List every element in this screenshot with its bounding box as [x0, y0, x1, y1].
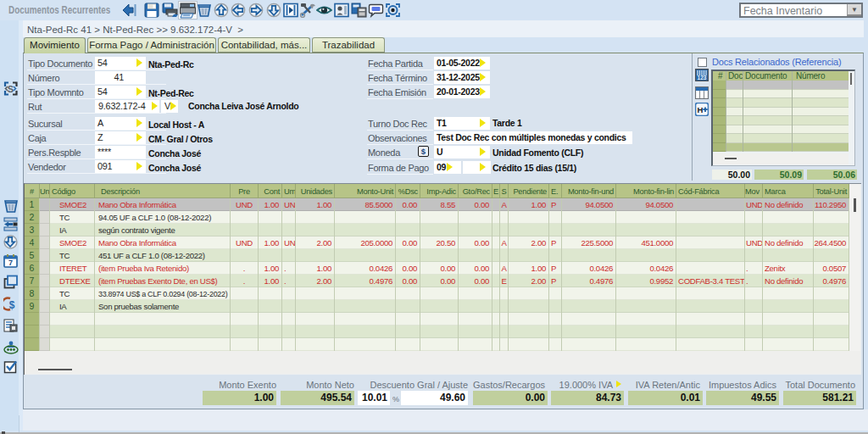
svg-text:123: 123 [698, 75, 707, 81]
svg-text:7: 7 [8, 259, 13, 267]
svg-text:$: $ [9, 299, 15, 311]
svg-text:H: H [698, 105, 704, 114]
svg-text:S: S [8, 84, 14, 94]
